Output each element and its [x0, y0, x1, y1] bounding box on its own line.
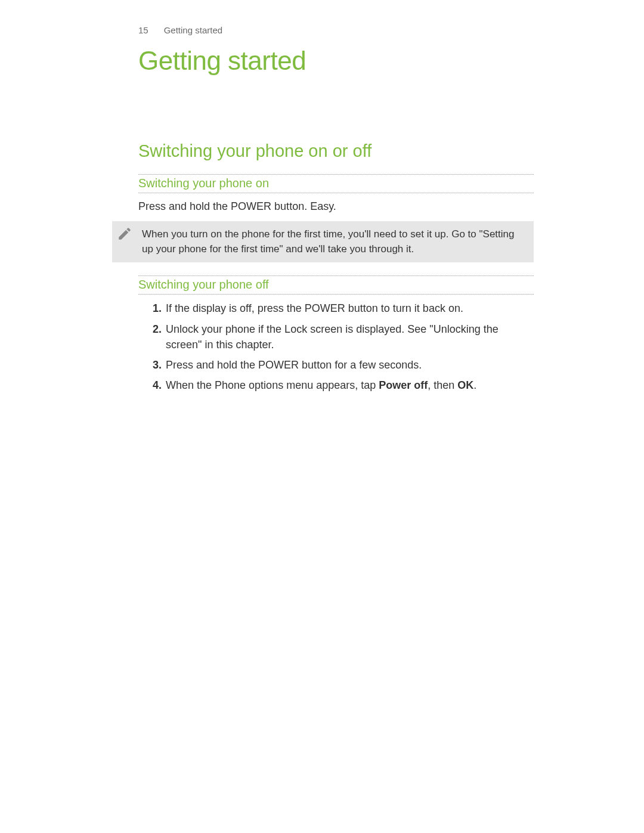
subheading-off-wrap: Switching your phone off: [138, 275, 534, 295]
subheading-on-wrap: Switching your phone on: [138, 174, 534, 193]
note-text: When you turn on the phone for the first…: [142, 228, 514, 255]
step-item: Unlock your phone if the Lock screen is …: [165, 321, 534, 352]
section-title: Switching your phone on or off: [138, 141, 534, 161]
body-on: Press and hold the POWER button. Easy.: [138, 199, 534, 214]
step-item: If the display is off, press the POWER b…: [165, 301, 534, 316]
step4-bold1: Power off: [379, 379, 428, 391]
note-box: When you turn on the phone for the first…: [112, 221, 534, 262]
document-page: 15 Getting started Getting started Switc…: [0, 0, 644, 393]
step4-post: .: [473, 379, 476, 391]
step-item: When the Phone options menu appears, tap…: [165, 377, 534, 393]
step4-pre: When the Phone options menu appears, tap: [166, 379, 379, 391]
step-item: Press and hold the POWER button for a fe…: [165, 357, 534, 373]
chapter-title: Getting started: [138, 46, 534, 76]
step4-bold2: OK: [457, 379, 473, 391]
chapter-label: Getting started: [164, 25, 222, 35]
page-header: 15 Getting started: [138, 25, 534, 35]
subheading-off: Switching your phone off: [138, 278, 534, 292]
subheading-on: Switching your phone on: [138, 176, 534, 190]
steps-list: If the display is off, press the POWER b…: [138, 301, 534, 392]
step4-mid: , then: [428, 379, 457, 391]
page-number: 15: [138, 25, 148, 35]
pencil-icon: [117, 226, 132, 241]
